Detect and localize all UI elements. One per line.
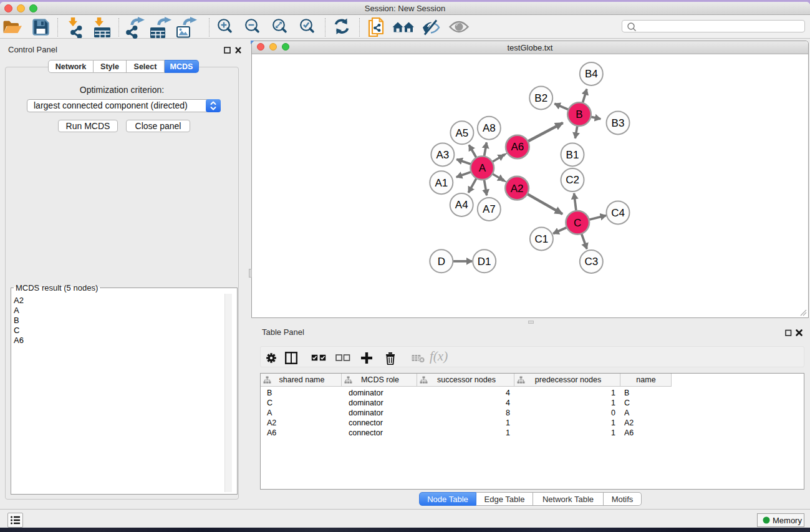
svg-text:D: D (438, 256, 445, 268)
svg-text:A4: A4 (455, 199, 468, 211)
svg-text:B: B (576, 109, 582, 120)
svg-text:A8: A8 (483, 122, 496, 134)
svg-text:D1: D1 (478, 256, 491, 268)
svg-text:A3: A3 (436, 149, 450, 161)
svg-text:B1: B1 (566, 149, 579, 161)
svg-text:B3: B3 (612, 117, 625, 129)
svg-text:A1: A1 (435, 177, 448, 189)
svg-text:A: A (479, 162, 486, 174)
svg-text:A2: A2 (511, 183, 524, 195)
svg-text:C3: C3 (584, 256, 598, 268)
svg-text:A5: A5 (456, 127, 469, 139)
svg-text:C4: C4 (611, 207, 625, 219)
svg-text:C2: C2 (566, 174, 579, 186)
svg-text:B4: B4 (585, 68, 598, 80)
svg-text:C1: C1 (535, 233, 549, 245)
svg-text:A7: A7 (483, 203, 496, 215)
svg-text:B2: B2 (534, 92, 547, 104)
svg-text:A6: A6 (511, 141, 524, 153)
svg-text:C: C (574, 217, 581, 229)
